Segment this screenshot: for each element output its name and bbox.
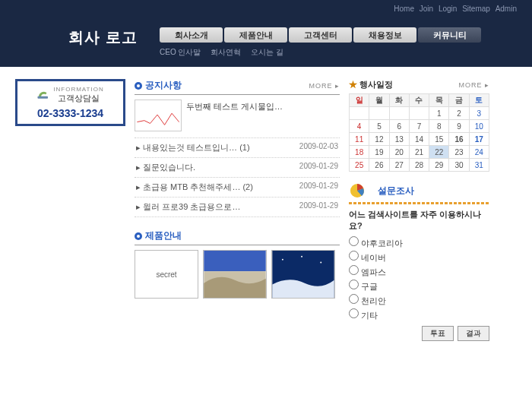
survey-title: 설문조사 xyxy=(378,185,414,198)
calendar-day[interactable]: 23 xyxy=(449,146,469,159)
calendar-day[interactable]: 29 xyxy=(429,159,449,172)
sub-nav-ceo[interactable]: CEO 인사말 xyxy=(160,48,201,56)
notice-list: ▸ 내용있는것 테스트입니… (1)2009-02-03 ▸ 질문있습니다.20… xyxy=(135,137,340,217)
survey-question: 어느 검색사이트를 자주 이용하시나요? xyxy=(349,209,489,232)
calendar-dow: 금 xyxy=(449,94,469,107)
calendar-day[interactable]: 28 xyxy=(409,159,429,172)
notice-item-date: 2009-01-29 xyxy=(299,182,338,193)
survey-radio[interactable] xyxy=(349,236,359,246)
product-thumb[interactable]: secret xyxy=(135,250,198,299)
sub-nav-location[interactable]: 오시는 길 xyxy=(251,48,283,56)
survey-option[interactable]: 네이버 xyxy=(349,251,489,264)
calendar-day[interactable]: 27 xyxy=(389,159,409,172)
svg-point-5 xyxy=(282,259,283,261)
survey-radio[interactable] xyxy=(349,294,359,304)
featured-thumb xyxy=(135,100,182,131)
calendar-day[interactable]: 15 xyxy=(429,133,449,146)
top-link-join[interactable]: Join xyxy=(420,5,433,13)
calendar-day[interactable]: 9 xyxy=(449,120,469,133)
calendar: 일월화수목금토 12345678910111213141516171819202… xyxy=(349,93,489,172)
info-box: INFORMATION 고객상담실 02-3333-1234 xyxy=(15,79,125,126)
calendar-day[interactable]: 26 xyxy=(369,159,389,172)
calendar-dow: 화 xyxy=(389,94,409,107)
calendar-day[interactable]: 3 xyxy=(469,107,489,120)
sub-nav-history[interactable]: 회사연혁 xyxy=(211,48,241,56)
sub-nav: CEO 인사말 회사연혁 오시는 길 xyxy=(160,47,291,58)
calendar-day[interactable]: 17 xyxy=(469,133,489,146)
calendar-day[interactable]: 11 xyxy=(350,133,369,146)
calendar-day[interactable]: 12 xyxy=(369,133,389,146)
top-link-home[interactable]: Home xyxy=(394,5,414,13)
calendar-day[interactable]: 21 xyxy=(409,146,429,159)
nav-company[interactable]: 회사소개 xyxy=(160,27,223,43)
calendar-day[interactable]: 10 xyxy=(469,120,489,133)
list-item: ▸ 초급용 MTB 추천해주세… (2)2009-01-29 xyxy=(135,178,340,198)
divider xyxy=(349,202,489,204)
notice-item-title[interactable]: ▸ 내용있는것 테스트입니… (1) xyxy=(136,142,250,153)
result-button[interactable]: 결과 xyxy=(458,326,489,341)
pie-chart-icon xyxy=(349,182,373,199)
survey-radio[interactable] xyxy=(349,280,359,289)
svg-point-7 xyxy=(320,262,321,264)
survey-option[interactable]: 구글 xyxy=(349,280,489,292)
survey-radio[interactable] xyxy=(349,251,359,261)
info-phone: 02-3333-1234 xyxy=(22,107,119,119)
calendar-day[interactable]: 18 xyxy=(350,146,369,159)
nav-customer[interactable]: 고객센터 xyxy=(289,27,352,43)
calendar-day[interactable]: 1 xyxy=(429,107,449,120)
survey-option[interactable]: 기타 xyxy=(349,308,489,321)
nav-products[interactable]: 제품안내 xyxy=(224,27,287,43)
bullet-icon xyxy=(135,82,142,90)
product-thumb[interactable] xyxy=(203,250,267,299)
top-link-login[interactable]: Login xyxy=(439,5,457,13)
calendar-day xyxy=(369,107,389,120)
calendar-day[interactable]: 7 xyxy=(409,120,429,133)
calendar-day[interactable]: 6 xyxy=(389,120,409,133)
calendar-day[interactable]: 19 xyxy=(369,146,389,159)
svg-rect-0 xyxy=(38,96,49,99)
phone-icon xyxy=(36,89,50,101)
calendar-day[interactable]: 4 xyxy=(350,120,369,133)
nav-recruit[interactable]: 채용정보 xyxy=(353,27,416,43)
calendar-day[interactable]: 30 xyxy=(449,159,469,172)
calendar-dow: 월 xyxy=(369,94,389,107)
calendar-day[interactable]: 13 xyxy=(389,133,409,146)
calendar-day[interactable]: 14 xyxy=(409,133,429,146)
top-link-sitemap[interactable]: Sitemap xyxy=(462,5,490,13)
calendar-day[interactable]: 31 xyxy=(469,159,489,172)
survey-options: 야후코리아 네이버 엠파스 구글 천리안 기타 xyxy=(349,236,489,321)
calendar-day[interactable]: 24 xyxy=(469,146,489,159)
star-icon: ★ xyxy=(349,80,357,89)
calendar-day[interactable]: 25 xyxy=(350,159,369,172)
notice-featured[interactable]: 두번째 테스트 게시물입… xyxy=(135,100,340,131)
vote-button[interactable]: 투표 xyxy=(422,326,454,341)
notice-more[interactable]: MORE ▸ xyxy=(309,82,340,90)
survey-option[interactable]: 엠파스 xyxy=(349,265,489,278)
calendar-day[interactable]: 20 xyxy=(389,146,409,159)
notice-item-date: 2009-01-29 xyxy=(299,201,338,213)
notice-item-title[interactable]: ▸ 초급용 MTB 추천해주세… (2) xyxy=(136,182,253,193)
calendar-day xyxy=(409,107,429,120)
calendar-more[interactable]: MORE ▸ xyxy=(458,81,489,89)
calendar-dow: 토 xyxy=(469,94,489,107)
survey-radio[interactable] xyxy=(349,308,359,318)
calendar-day[interactable]: 8 xyxy=(429,120,449,133)
notice-item-title[interactable]: ▸ 질문있습니다. xyxy=(136,162,195,173)
nav-community[interactable]: 커뮤니티 xyxy=(418,27,481,43)
survey-option[interactable]: 천리안 xyxy=(349,294,489,307)
calendar-dow: 수 xyxy=(409,94,429,107)
calendar-day[interactable]: 2 xyxy=(449,107,469,120)
calendar-day[interactable]: 5 xyxy=(369,120,389,133)
bullet-icon xyxy=(135,232,142,240)
notice-item-title[interactable]: ▸ 윌러 프로39 초급용으로… xyxy=(136,201,240,213)
survey-option[interactable]: 야후코리아 xyxy=(349,236,489,249)
product-thumb[interactable] xyxy=(271,250,335,299)
calendar-day[interactable]: 16 xyxy=(449,133,469,146)
site-logo[interactable]: 회사 로고 xyxy=(68,27,138,48)
list-item: ▸ 질문있습니다.2009-01-29 xyxy=(135,158,340,178)
survey-radio[interactable] xyxy=(349,265,359,275)
info-label-small: INFORMATION xyxy=(53,86,103,93)
svg-rect-2 xyxy=(204,251,265,271)
top-link-admin[interactable]: Admin xyxy=(496,5,517,13)
calendar-day[interactable]: 22 xyxy=(429,146,449,159)
